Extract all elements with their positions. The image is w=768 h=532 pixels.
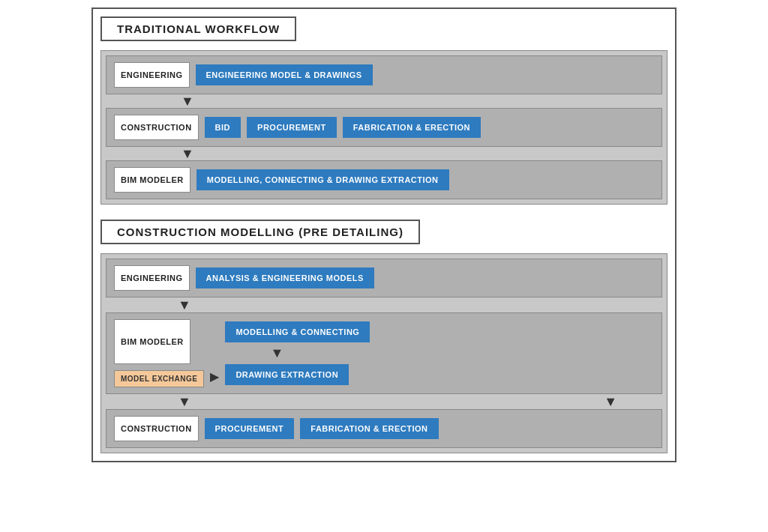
construction-row-trad: CONSTRUCTION BID PROCUREMENT FABRICATION… <box>106 108 662 147</box>
bim-inner-arrow: ▼ <box>225 342 284 364</box>
engineering-role-label: ENGINEERING <box>114 62 190 88</box>
down-arrow-bim-constr: ▼ <box>178 394 191 410</box>
engineering-role-label-constr: ENGINEERING <box>114 265 190 291</box>
construction-bottom-row: CONSTRUCTION PROCUREMENT FABRICATION & E… <box>106 409 662 448</box>
fabrication-erection-box-constr: FABRICATION & ERECTION <box>300 418 438 439</box>
bim-modeler-row-trad: BIM MODELER MODELLING, CONNECTING & DRAW… <box>106 160 662 199</box>
fabrication-box-trad: FABRICATION & ERECTION <box>343 117 481 138</box>
traditional-title-box: TRADITIONAL WORKFLOW <box>100 16 296 41</box>
model-exchange-arrow: ▶ <box>210 319 219 387</box>
arrow-down-bim-constr: ▼ ▼ <box>106 394 662 409</box>
traditional-workflow-section: TRADITIONAL WORKFLOW ENGINEERING ENGINEE… <box>100 16 668 205</box>
construction-role-label: CONSTRUCTION <box>114 115 199 140</box>
engineering-model-box: ENGINEERING MODEL & DRAWINGS <box>196 64 373 85</box>
arrows-between-eng-bim: ▼ <box>106 297 662 312</box>
bid-box: BID <box>205 117 241 138</box>
traditional-title: TRADITIONAL WORKFLOW <box>117 22 280 35</box>
traditional-rows-container: ENGINEERING ENGINEERING MODEL & DRAWINGS… <box>100 50 668 205</box>
arrow-down-2: ▼ <box>106 147 662 160</box>
bim-left-col: BIM MODELER MODEL EXCHANGE <box>114 319 204 387</box>
down-arrow-constr: ▼ <box>178 297 191 313</box>
bim-right-col: MODELLING & CONNECTING ▼ DRAWING EXTRACT… <box>225 319 370 387</box>
modelling-connecting-constr: MODELLING & CONNECTING <box>225 321 370 342</box>
engineering-row-constr: ENGINEERING ANALYSIS & ENGINEERING MODEL… <box>106 259 662 297</box>
construction-modelling-outer: ENGINEERING ANALYSIS & ENGINEERING MODEL… <box>100 253 668 453</box>
bim-modeler-complex-row: BIM MODELER MODEL EXCHANGE ▶ MODELLING &… <box>106 312 662 394</box>
drawing-extraction-box: DRAWING EXTRACTION <box>225 364 349 385</box>
bim-modeler-role-label-constr: BIM MODELER <box>114 319 190 364</box>
construction-role-label-constr: CONSTRUCTION <box>114 416 199 441</box>
construction-modelling-title: CONSTRUCTION MODELLING (PRE DETAILING) <box>117 226 404 238</box>
bim-modeler-role-label-trad: BIM MODELER <box>114 167 190 193</box>
analysis-engineering-box: ANALYSIS & ENGINEERING MODELS <box>196 267 374 288</box>
engineering-row: ENGINEERING ENGINEERING MODEL & DRAWINGS <box>106 55 662 94</box>
procurement-box-trad: PROCUREMENT <box>247 117 337 138</box>
construction-modelling-section: CONSTRUCTION MODELLING (PRE DETAILING) E… <box>100 220 668 453</box>
model-exchange-box: MODEL EXCHANGE <box>114 370 204 387</box>
construction-modelling-title-box: CONSTRUCTION MODELLING (PRE DETAILING) <box>100 220 420 244</box>
arrow-down-1: ▼ <box>106 94 662 108</box>
modelling-connecting-box: MODELLING, CONNECTING & DRAWING EXTRACTI… <box>196 169 449 190</box>
down-arrow-right: ▼ <box>604 394 662 410</box>
procurement-box-constr: PROCUREMENT <box>205 418 295 439</box>
main-container: TRADITIONAL WORKFLOW ENGINEERING ENGINEE… <box>92 7 676 462</box>
